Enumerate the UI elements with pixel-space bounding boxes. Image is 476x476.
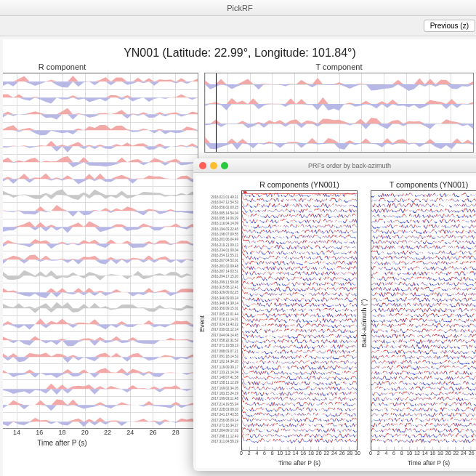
- svg-line-1168: [312, 262, 313, 263]
- front-titlebar[interactable]: PRFs order by back-azimuth: [193, 158, 476, 173]
- main-titlebar[interactable]: PickRF: [0, 0, 476, 16]
- zoom-icon[interactable]: [221, 162, 228, 169]
- svg-line-3061: [276, 377, 278, 378]
- svg-line-3109: [336, 376, 338, 377]
- svg-line-1163: [305, 261, 307, 262]
- svg-line-967: [270, 251, 271, 254]
- svg-line-3926: [294, 429, 295, 431]
- svg-line-4566: [444, 214, 445, 216]
- svg-line-4707: [403, 225, 404, 227]
- svg-line-2668: [337, 351, 339, 352]
- front-t-plot[interactable]: 3603403203002802602402202001801601401201…: [371, 190, 476, 451]
- svg-line-8066: [379, 430, 381, 432]
- svg-line-4400: [464, 203, 466, 206]
- svg-line-7911: [401, 420, 403, 421]
- svg-line-3456: [341, 400, 342, 400]
- svg-line-8287: [433, 439, 435, 440]
- svg-line-3805: [355, 418, 356, 419]
- svg-line-4756: [470, 225, 472, 228]
- svg-line-3437: [315, 398, 316, 400]
- svg-line-7941: [443, 418, 444, 421]
- svg-line-2183: [258, 324, 259, 326]
- svg-line-5473: [398, 273, 399, 275]
- svg-line-3024: [347, 372, 348, 374]
- svg-line-5905: [389, 300, 390, 301]
- svg-line-4281: [409, 199, 411, 201]
- r-component-plot[interactable]: [3, 73, 198, 429]
- svg-line-6671: [470, 340, 472, 342]
- svg-line-5723: [384, 287, 385, 289]
- svg-line-8270: [411, 439, 413, 443]
- svg-line-3967: [347, 429, 349, 430]
- svg-line-3373: [344, 392, 346, 395]
- minimize-icon[interactable]: [210, 162, 217, 169]
- svg-line-2644: [307, 350, 309, 351]
- svg-line-4043: [331, 435, 332, 437]
- svg-line-3344: [304, 394, 305, 395]
- svg-line-3792: [337, 419, 339, 421]
- svg-line-2785: [265, 361, 267, 362]
- svg-line-1682: [295, 293, 297, 294]
- svg-line-8094: [414, 429, 415, 429]
- svg-line-6908: [437, 357, 438, 359]
- svg-line-8166: [391, 435, 392, 436]
- svg-line-1924: [267, 309, 269, 312]
- svg-line-6564: [439, 335, 440, 336]
- svg-line-1814: [353, 299, 355, 300]
- svg-line-7409: [413, 387, 414, 390]
- svg-line-593: [347, 225, 349, 227]
- svg-line-4929: [464, 235, 466, 236]
- svg-line-3450: [333, 398, 334, 400]
- svg-line-1789: [323, 298, 324, 302]
- svg-line-6282: [415, 319, 416, 320]
- svg-line-1268: [331, 269, 333, 270]
- svg-line-5048: [392, 246, 393, 248]
- svg-line-6106: [413, 309, 414, 311]
- svg-line-3827: [266, 425, 267, 427]
- svg-line-1743: [262, 299, 263, 302]
- svg-line-5482: [409, 274, 411, 275]
- svg-line-4046: [334, 435, 335, 437]
- svg-line-2907: [313, 368, 315, 369]
- svg-line-3520: [311, 403, 312, 406]
- svg-line-899: [290, 246, 291, 248]
- svg-line-6975: [411, 360, 412, 364]
- svg-line-6823: [441, 351, 443, 353]
- t-component-plot[interactable]: 40393837 119.17119.11119.03: [204, 73, 474, 153]
- svg-line-6580: [460, 335, 461, 336]
- front-plot-area[interactable]: Event 2016.021.01.49.312016.047.12.54.53…: [196, 176, 476, 468]
- svg-line-203: [279, 203, 281, 204]
- front-r-plot[interactable]: Sum: [241, 190, 358, 451]
- svg-line-5911: [397, 299, 398, 302]
- svg-line-5340: [432, 262, 434, 264]
- svg-line-7134: [392, 371, 393, 374]
- svg-line-642: [296, 231, 297, 233]
- svg-line-3414: [283, 398, 285, 400]
- svg-line-3209: [355, 382, 357, 384]
- svg-line-6541: [409, 334, 411, 337]
- svg-line-7826: [406, 415, 407, 416]
- close-icon[interactable]: [199, 162, 206, 169]
- svg-line-1365: [343, 274, 344, 275]
- svg-line-7042: [387, 366, 389, 368]
- svg-line-2152: [336, 320, 338, 320]
- svg-line-6182: [400, 315, 402, 315]
- previous-button[interactable]: Previous (z): [424, 20, 475, 32]
- svg-line-6491: [460, 331, 461, 331]
- svg-line-7808: [377, 414, 379, 416]
- svg-line-5932: [423, 298, 424, 301]
- svg-line-3842: [287, 425, 289, 427]
- svg-line-3378: [350, 392, 352, 394]
- svg-line-6568: [444, 335, 445, 338]
- svg-line-2326: [339, 329, 341, 331]
- svg-line-584: [336, 227, 338, 228]
- svg-line-4426: [379, 211, 381, 212]
- svg-line-3168: [294, 382, 295, 384]
- svg-line-7178: [449, 371, 451, 374]
- svg-line-3802: [351, 419, 352, 421]
- svg-line-7156: [419, 371, 421, 374]
- svg-line-3500: [286, 403, 287, 403]
- svg-line-4832: [456, 231, 458, 233]
- svg-line-4900: [429, 235, 430, 237]
- svg-line-2191: [271, 324, 273, 326]
